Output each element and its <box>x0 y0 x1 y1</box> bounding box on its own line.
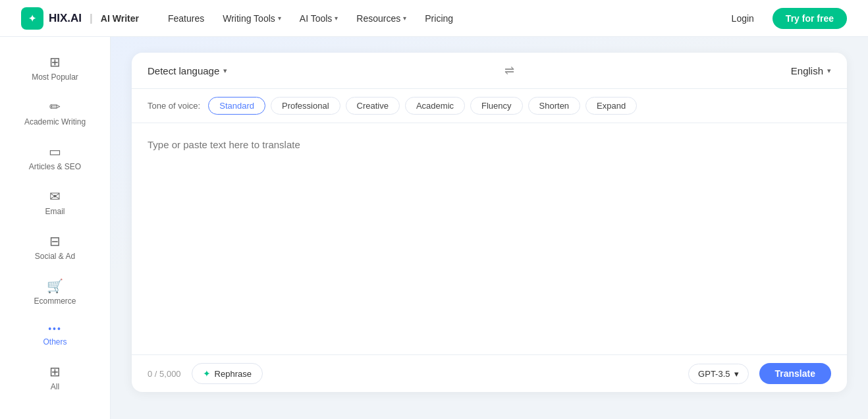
language-bar: Detect language ▾ ⇌ English ▾ <box>132 53 847 89</box>
sidebar-label: Ecommerce <box>34 296 76 306</box>
tone-shorten[interactable]: Shorten <box>528 97 581 115</box>
tone-standard[interactable]: Standard <box>208 97 265 115</box>
char-count: 0 / 5,000 <box>148 369 181 379</box>
source-language-selector[interactable]: Detect language ▾ <box>148 65 227 76</box>
tone-buttons: Standard Professional Creative Academic … <box>208 97 637 115</box>
sidebar-label: Social & Ad <box>35 252 75 261</box>
main-content: Detect language ▾ ⇌ English ▾ Tone of vo… <box>111 37 868 419</box>
translate-button[interactable]: Translate <box>759 363 831 384</box>
text-input-area[interactable] <box>132 123 847 354</box>
tone-professional[interactable]: Professional <box>271 97 340 115</box>
page: ⊞ Most Popular ✏ Academic Writing ▭ Arti… <box>0 37 868 419</box>
sidebar-item-articles-seo[interactable]: ▭ Articles & SEO <box>5 137 105 179</box>
translator-card: Detect language ▾ ⇌ English ▾ Tone of vo… <box>132 53 847 392</box>
chevron-down-icon: ▾ <box>734 369 739 379</box>
all-grid-icon: ⊞ <box>49 365 61 378</box>
target-language-selector[interactable]: English ▾ <box>791 65 831 76</box>
tone-academic[interactable]: Academic <box>405 97 465 115</box>
navbar: ✦ HIX.AI | AI Writer Features Writing To… <box>0 0 868 37</box>
logo-icon: ✦ <box>21 7 43 30</box>
monitor-icon: ⊟ <box>49 235 61 248</box>
sidebar-item-academic-writing[interactable]: ✏ Academic Writing <box>5 92 105 134</box>
login-button[interactable]: Login <box>721 9 765 28</box>
chevron-down-icon: ▾ <box>335 14 338 22</box>
sidebar-label: All <box>51 382 59 391</box>
nav-ai-tools[interactable]: AI Tools ▾ <box>292 9 346 28</box>
tone-fluency[interactable]: Fluency <box>470 97 523 115</box>
sidebar-item-social-ad[interactable]: ⊟ Social & Ad <box>5 227 105 269</box>
sidebar-label: Others <box>43 337 67 347</box>
swap-languages-button[interactable]: ⇌ <box>227 63 791 78</box>
sidebar-item-email[interactable]: ✉ Email <box>5 182 105 224</box>
logo: ✦ HIX.AI | AI Writer <box>21 7 139 30</box>
bottom-bar: 0 / 5,000 ✦ Rephrase GPT-3.5 ▾ Translate <box>132 354 847 392</box>
sidebar-label: Email <box>45 207 65 216</box>
try-free-button[interactable]: Try for free <box>773 8 847 29</box>
document-icon: ▭ <box>49 145 61 158</box>
tone-expand[interactable]: Expand <box>585 97 637 115</box>
dots-icon: ••• <box>48 324 62 333</box>
cart-icon: 🛒 <box>47 279 63 293</box>
nav-right: Login Try for free <box>721 8 847 29</box>
sidebar-label: Articles & SEO <box>29 162 81 171</box>
sidebar-label: Academic Writing <box>24 117 86 126</box>
tone-label: Tone of voice: <box>148 101 200 111</box>
rephrase-button[interactable]: ✦ Rephrase <box>192 363 263 384</box>
grid-icon: ⊞ <box>49 55 61 69</box>
tone-bar: Tone of voice: Standard Professional Cre… <box>132 89 847 123</box>
nav-writing-tools[interactable]: Writing Tools ▾ <box>215 9 289 28</box>
logo-divider: | <box>90 12 93 25</box>
sidebar-item-all[interactable]: ⊞ All <box>5 357 105 399</box>
pencil-icon: ✏ <box>49 100 61 113</box>
logo-text: HIX.AI <box>49 12 82 25</box>
sidebar: ⊞ Most Popular ✏ Academic Writing ▭ Arti… <box>0 37 111 419</box>
sidebar-item-ecommerce[interactable]: 🛒 Ecommerce <box>5 271 105 314</box>
gpt-label: GPT-3.5 <box>698 369 730 379</box>
rephrase-label: Rephrase <box>215 369 252 379</box>
sidebar-item-most-popular[interactable]: ⊞ Most Popular <box>5 47 105 90</box>
translate-input[interactable] <box>148 139 831 337</box>
gpt-selector[interactable]: GPT-3.5 ▾ <box>688 364 748 384</box>
logo-subtitle: AI Writer <box>101 13 139 24</box>
tone-creative[interactable]: Creative <box>346 97 400 115</box>
email-icon: ✉ <box>49 190 61 203</box>
nav-resources[interactable]: Resources ▾ <box>348 9 414 28</box>
nav-links: Features Writing Tools ▾ AI Tools ▾ Reso… <box>160 9 461 28</box>
target-language-label: English <box>791 65 823 76</box>
source-language-label: Detect language <box>148 65 219 76</box>
swap-icon: ⇌ <box>504 63 514 78</box>
chevron-down-icon: ▾ <box>403 14 406 22</box>
nav-pricing[interactable]: Pricing <box>417 9 461 28</box>
sidebar-label: Most Popular <box>32 72 78 82</box>
sparkle-icon: ✦ <box>203 368 211 379</box>
chevron-down-icon: ▾ <box>278 14 281 22</box>
nav-features[interactable]: Features <box>160 9 212 28</box>
sidebar-item-others[interactable]: ••• Others <box>5 316 105 354</box>
chevron-down-icon: ▾ <box>827 67 831 75</box>
nav-left: ✦ HIX.AI | AI Writer Features Writing To… <box>21 7 461 30</box>
